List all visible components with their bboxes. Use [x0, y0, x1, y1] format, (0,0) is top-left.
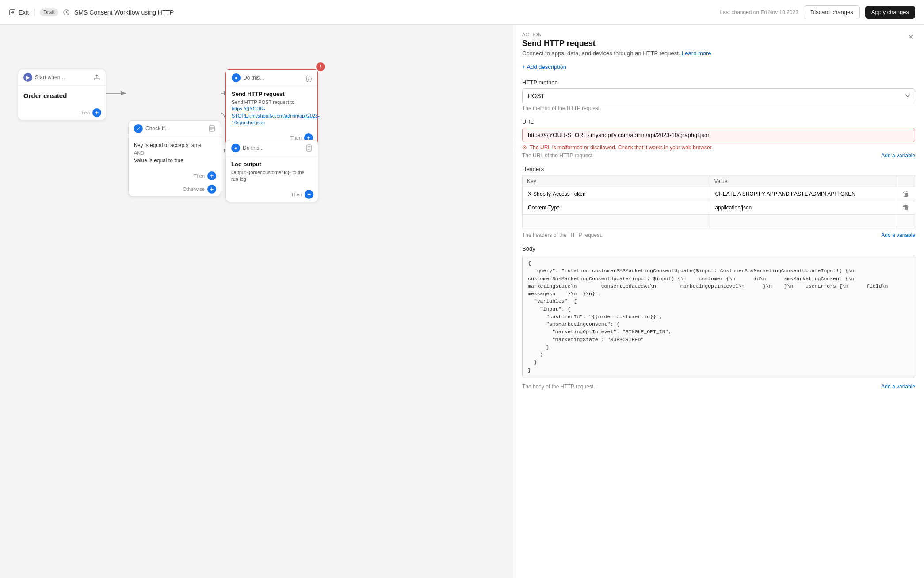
do-log-add-button[interactable]: +	[305, 190, 313, 199]
do-http-url[interactable]: https://{{YOUR-STORE}.myshopify.com/admi…	[232, 106, 320, 125]
topbar: Exit | Draft SMS Consent Workflow using …	[0, 0, 924, 25]
check-otherwise-add-button[interactable]: +	[207, 185, 216, 194]
panel-content: + Add description HTTP method POST GET P…	[513, 62, 924, 406]
header-del-1: 🗑	[897, 187, 915, 201]
header-key-3	[523, 215, 710, 228]
body-desc: The body of the HTTP request.	[522, 384, 595, 390]
header-key-input-1[interactable]	[526, 190, 706, 198]
do-log-then-row: Then +	[226, 187, 318, 202]
start-header-label: Start when...	[35, 74, 65, 80]
header-row-3	[523, 215, 915, 228]
status-icon	[63, 9, 70, 16]
panel-header-content: ACTION Send HTTP request Connect to apps…	[522, 32, 711, 57]
http-method-group: HTTP method POST GET PUT PATCH DELETE Th…	[522, 79, 915, 111]
svg-rect-5	[94, 78, 99, 80]
learn-more-link[interactable]: Learn more	[682, 50, 711, 57]
add-description-button[interactable]: + Add description	[522, 62, 566, 72]
do-log-body: Log output Output {{order.customer.id}} …	[226, 156, 318, 187]
headers-desc: The headers of the HTTP request.	[522, 232, 603, 238]
workflow-title: SMS Consent Workflow using HTTP	[74, 9, 174, 16]
header-val-input-2[interactable]	[714, 204, 893, 212]
headers-col-value: Value	[710, 175, 897, 187]
close-panel-button[interactable]: ×	[906, 32, 915, 42]
headers-table: Key Value 🗑	[522, 175, 915, 228]
condition2: Value is equal to true	[134, 156, 215, 164]
header-delete-2[interactable]: 🗑	[901, 204, 911, 212]
header-key-1	[523, 187, 710, 201]
do-log-header-label: Do this...	[243, 145, 263, 151]
start-node[interactable]: ▶ Start when... Order created Then +	[18, 69, 106, 120]
url-add-variable[interactable]: Add a variable	[881, 152, 915, 159]
start-then-row: Then +	[18, 106, 106, 120]
code-icon: {/}	[306, 74, 312, 82]
url-input[interactable]	[522, 128, 915, 142]
do-http-desc: Send HTTP POST request to: https://{{YOU…	[232, 99, 312, 126]
header-row-2: 🗑	[523, 201, 915, 215]
header-key-input-3[interactable]	[526, 217, 706, 225]
check-node-header: ✓ Check if...	[129, 121, 221, 137]
do-http-icon: ●	[232, 73, 241, 82]
panel-title: Send HTTP request	[522, 39, 711, 48]
start-icon: ▶	[23, 73, 32, 82]
header-key-2	[523, 201, 710, 215]
error-badge: !	[316, 62, 325, 71]
header-val-input-1[interactable]	[714, 190, 893, 198]
check-otherwise-label: Otherwise	[183, 186, 205, 192]
start-node-header: ▶ Start when...	[18, 69, 106, 86]
do-log-icon: ●	[231, 144, 240, 152]
do-http-node[interactable]: ! ● Do this... {/} Send HTTP request Sen…	[225, 69, 318, 146]
headers-add-variable[interactable]: Add a variable	[881, 232, 915, 238]
condition-and: AND	[134, 150, 215, 156]
last-changed-text: Last changed on Fri Nov 10 2023	[720, 9, 798, 15]
url-error-icon: ⊘	[522, 144, 527, 151]
body-add-variable[interactable]: Add a variable	[881, 384, 915, 390]
header-delete-1[interactable]: 🗑	[901, 190, 911, 198]
exit-icon	[9, 9, 16, 16]
header-key-input-2[interactable]	[526, 204, 706, 212]
start-node-body: Order created	[18, 86, 106, 106]
body-textarea[interactable]: { "query": "mutation customerSMSMarketin…	[522, 255, 915, 378]
header-val-2	[710, 201, 897, 215]
apply-button[interactable]: Apply changes	[865, 6, 915, 19]
action-label: ACTION	[522, 32, 711, 37]
header-row-1: 🗑	[523, 187, 915, 201]
check-node-icon	[208, 125, 215, 132]
workflow-canvas: ▶ Start when... Order created Then + ✓	[0, 25, 513, 578]
check-otherwise-row: Otherwise +	[129, 183, 221, 196]
upload-icon	[93, 74, 100, 81]
header-del-2: 🗑	[897, 201, 915, 215]
condition1: Key is equal to accepts_sms	[134, 141, 215, 149]
topbar-left: Exit | Draft SMS Consent Workflow using …	[9, 8, 714, 17]
do-log-title: Log output	[231, 161, 313, 167]
topbar-divider: |	[33, 8, 35, 17]
body-label: Body	[522, 245, 915, 252]
do-log-node[interactable]: ● Do this... Log output Output {{order.c…	[225, 140, 318, 202]
url-label: URL	[522, 118, 915, 125]
header-val-3	[710, 215, 897, 228]
topbar-right: Last changed on Fri Nov 10 2023 Discard …	[720, 5, 915, 19]
right-panel: ACTION Send HTTP request Connect to apps…	[513, 25, 924, 578]
check-node-body: Key is equal to accepts_sms AND Value is…	[129, 137, 221, 169]
http-method-label: HTTP method	[522, 79, 915, 86]
http-method-select[interactable]: POST GET PUT PATCH DELETE	[522, 88, 915, 103]
url-field-desc: The URL of the HTTP request.	[522, 152, 594, 159]
check-node[interactable]: ✓ Check if... Key is equal to accepts_sm…	[128, 120, 221, 197]
workflow-area: ▶ Start when... Order created Then + ✓	[0, 25, 513, 578]
do-log-then-label: Then	[291, 192, 302, 197]
start-add-button[interactable]: +	[92, 108, 101, 117]
do-http-desc-prefix: Send HTTP POST request to:	[232, 99, 296, 105]
exit-button[interactable]: Exit	[9, 9, 29, 16]
check-then-add-button[interactable]: +	[207, 171, 216, 180]
panel-desc-text: Connect to apps, data, and devices throu…	[522, 50, 680, 57]
headers-col-key: Key	[523, 175, 710, 187]
do-http-body: Send HTTP request Send HTTP POST request…	[226, 86, 317, 131]
do-http-title: Send HTTP request	[232, 91, 312, 97]
check-then-label: Then	[194, 173, 205, 179]
url-group: URL ⊘ The URL is malformed or disallowed…	[522, 118, 915, 159]
draft-badge: Draft	[40, 8, 58, 16]
discard-button[interactable]: Discard changes	[804, 5, 860, 19]
exit-label: Exit	[19, 9, 29, 16]
do-log-header: ● Do this...	[226, 140, 318, 156]
order-created-label: Order created	[23, 92, 100, 99]
header-val-input-3[interactable]	[714, 217, 893, 225]
